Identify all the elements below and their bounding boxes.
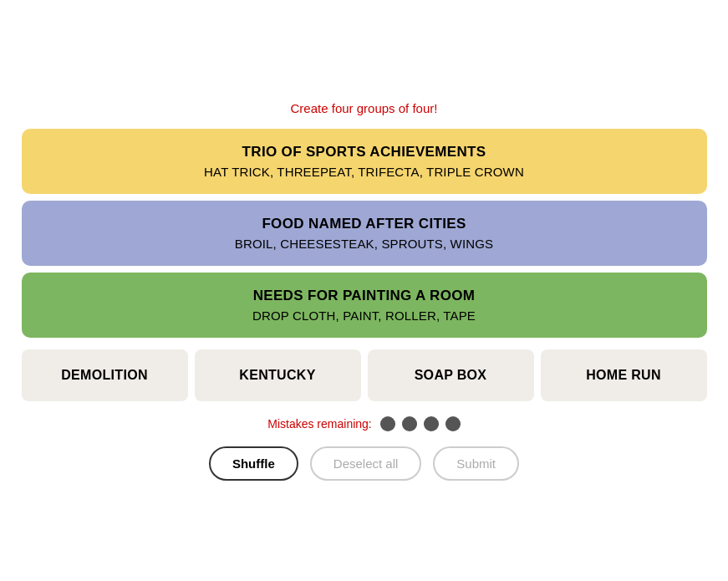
tile-soap-box[interactable]: SOAP BOX — [368, 349, 534, 401]
mistakes-dots — [380, 416, 461, 431]
submit-button[interactable]: Submit — [433, 446, 519, 481]
mistake-dot-3 — [424, 416, 439, 431]
mistakes-row: Mistakes remaining: — [267, 416, 461, 431]
shuffle-button[interactable]: Shuffle — [209, 446, 298, 481]
tile-home-run[interactable]: HOME RUN — [541, 349, 707, 401]
subtitle: Create four groups of four! — [291, 101, 438, 115]
group-card-green: NEEDS FOR PAINTING A ROOMDROP CLOTH, PAI… — [22, 273, 707, 338]
group-items-yellow: HAT TRICK, THREEPEAT, TRIFECTA, TRIPLE C… — [42, 165, 687, 179]
subtitle-text: Create four groups of four — [291, 101, 435, 115]
mistake-dot-2 — [402, 416, 417, 431]
group-title-purple: FOOD NAMED AFTER CITIES — [42, 216, 687, 232]
group-card-yellow: TRIO OF SPORTS ACHIEVEMENTSHAT TRICK, TH… — [22, 129, 707, 194]
buttons-row: ShuffleDeselect allSubmit — [209, 446, 519, 481]
mistake-dot-1 — [380, 416, 395, 431]
deselect-all-button[interactable]: Deselect all — [310, 446, 422, 481]
tile-demolition[interactable]: DEMOLITION — [22, 349, 188, 401]
groups-area: TRIO OF SPORTS ACHIEVEMENTSHAT TRICK, TH… — [22, 129, 707, 338]
tiles-area: DEMOLITIONKENTUCKYSOAP BOXHOME RUN — [22, 349, 707, 401]
group-card-purple: FOOD NAMED AFTER CITIESBROIL, CHEESESTEA… — [22, 201, 707, 266]
game-container: Create four groups of four! TRIO OF SPOR… — [22, 101, 707, 481]
group-title-yellow: TRIO OF SPORTS ACHIEVEMENTS — [42, 144, 687, 161]
tile-kentucky[interactable]: KENTUCKY — [195, 349, 361, 401]
subtitle-exclamation: ! — [434, 101, 437, 115]
mistakes-label: Mistakes remaining: — [267, 417, 372, 431]
group-items-purple: BROIL, CHEESESTEAK, SPROUTS, WINGS — [42, 237, 687, 251]
group-title-green: NEEDS FOR PAINTING A ROOM — [42, 288, 687, 304]
group-items-green: DROP CLOTH, PAINT, ROLLER, TAPE — [42, 308, 687, 323]
mistake-dot-4 — [445, 416, 461, 431]
